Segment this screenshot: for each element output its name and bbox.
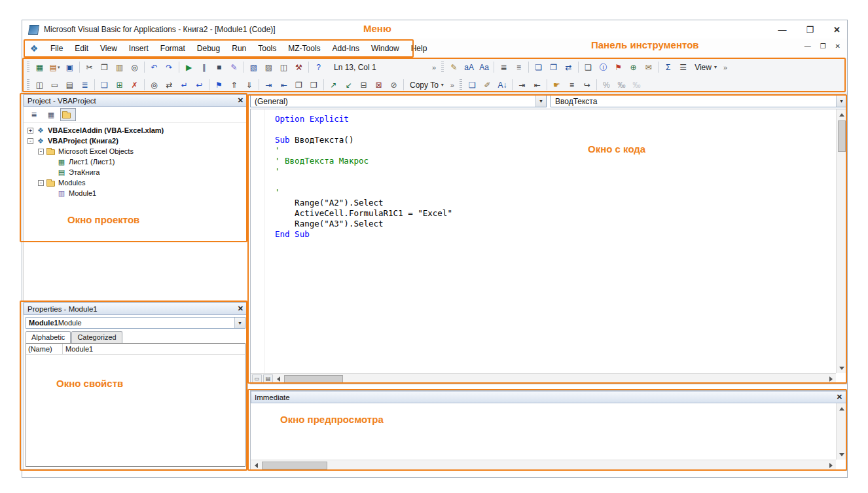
replace-icon[interactable]: ⇄ [162, 78, 177, 92]
sum-icon[interactable]: Σ [660, 60, 676, 75]
redo-icon[interactable]: ↷ [162, 60, 177, 75]
split-window-icon[interactable]: ◫ [32, 78, 47, 92]
annotate-icon[interactable]: ✐ [480, 78, 495, 92]
code-vertical-scrollbar[interactable] [836, 109, 846, 373]
scrollbar-thumb[interactable] [284, 375, 343, 383]
copy-module-icon[interactable]: ❑ [581, 60, 596, 75]
help-icon[interactable]: ? [311, 60, 326, 75]
globe-icon[interactable]: ⊕ [626, 60, 641, 75]
tree-item[interactable]: ▥Module1 [24, 188, 247, 198]
toolbar-overflow-icon[interactable]: » [448, 81, 457, 89]
pointer-icon[interactable]: ☛ [549, 78, 564, 92]
scroll-down-icon[interactable] [837, 363, 847, 373]
design-mode-icon[interactable]: ✎ [226, 60, 242, 75]
tree-item[interactable]: -Modules [24, 177, 247, 188]
menu-item-mz-tools[interactable]: MZ-Tools [282, 41, 326, 56]
paste-icon[interactable]: ▥ [112, 60, 127, 75]
shift-left-icon[interactable]: ⇤ [276, 78, 291, 92]
remove-info-icon[interactable]: ⊠ [371, 78, 386, 92]
break-icon[interactable]: ∥ [196, 60, 211, 75]
find-icon[interactable]: ◎ [127, 60, 142, 75]
comment-edit-icon[interactable]: ✎ [446, 60, 461, 75]
list-view-icon[interactable]: ≡ [564, 78, 579, 92]
scroll-left-icon[interactable] [273, 374, 283, 384]
mdi-close-button[interactable]: ✕ [835, 43, 841, 50]
insert-userform-icon[interactable]: ▤▾ [47, 60, 62, 75]
object-browser-icon[interactable]: ◫ [276, 60, 291, 75]
chevron-down-icon[interactable]: ▼ [234, 318, 245, 328]
immediate-horizontal-scrollbar[interactable] [251, 460, 836, 470]
new-module-icon[interactable]: ❏ [97, 78, 112, 92]
lowercase-icon[interactable]: Aa [477, 60, 492, 75]
scroll-right-icon[interactable] [825, 374, 836, 384]
menu-item-add-ins[interactable]: Add-Ins [327, 41, 365, 56]
export-file-icon[interactable]: ↗ [326, 78, 341, 92]
reset-icon[interactable]: ■ [211, 60, 226, 75]
close-icon[interactable]: ✕ [837, 393, 842, 401]
save-icon[interactable]: ▣ [62, 60, 77, 75]
outdent-block-icon[interactable]: ⇤ [530, 78, 545, 92]
back-icon[interactable]: ↩ [192, 78, 207, 92]
toolbar-overflow-icon[interactable]: » [721, 64, 730, 71]
undo-icon[interactable]: ↶ [147, 60, 162, 75]
close-button[interactable]: ✕ [833, 25, 841, 35]
property-row[interactable]: (Name)Module1 [26, 344, 245, 355]
indent-block-icon[interactable]: ⇥ [515, 78, 530, 92]
tab-categorized[interactable]: Categorized [71, 331, 122, 343]
permille-icon[interactable]: ‰ [614, 78, 629, 92]
property-value[interactable]: Module1 [63, 344, 245, 354]
shift-right-icon[interactable]: ⇥ [261, 78, 276, 92]
menu-item-format[interactable]: Format [154, 41, 191, 56]
toolbox-icon[interactable]: ⚒ [291, 60, 306, 75]
procedure-dropdown[interactable]: ВводТекста ▼ [551, 95, 847, 107]
immediate-panel-header[interactable]: Immediate ✕ [251, 391, 846, 403]
mdi-minimize-button[interactable]: — [805, 43, 811, 50]
uppercase-icon[interactable]: aA [461, 60, 477, 75]
menu-item-window[interactable]: Window [365, 41, 405, 56]
collapse-icon[interactable]: - [38, 180, 44, 186]
properties-window-icon[interactable]: ▨ [261, 60, 276, 75]
menu-item-view[interactable]: View [94, 41, 123, 56]
find-next-icon[interactable]: ◎ [147, 78, 162, 92]
properties-panel-header[interactable]: Properties - Module1 ✕ [24, 302, 247, 315]
tab-alphabetic[interactable]: Alphabetic [26, 331, 71, 343]
minimize-button[interactable]: — [778, 25, 786, 35]
toolbar-grip[interactable] [460, 79, 462, 91]
run-icon[interactable]: ▶ [181, 60, 196, 75]
copy-to-dropdown[interactable]: Copy To ▾ [406, 79, 448, 91]
maximize-button[interactable]: ❐ [806, 25, 814, 35]
code-horizontal-scrollbar[interactable]: ▭ ▤ [251, 373, 836, 384]
toolbar-grip[interactable] [441, 62, 444, 73]
goto-icon[interactable]: ↵ [177, 78, 192, 92]
flag-icon[interactable]: ⚑ [611, 60, 626, 75]
menu-item-debug[interactable]: Debug [191, 41, 226, 56]
percent-icon[interactable]: % [599, 78, 614, 92]
toolbar-overflow-icon[interactable]: » [429, 64, 439, 71]
toggle-folders-button[interactable] [60, 108, 76, 121]
menu-item-help[interactable]: Help [405, 41, 433, 56]
eraser-icon[interactable]: ⊘ [386, 78, 401, 92]
review-page-icon[interactable]: ❏ [465, 78, 480, 92]
scroll-up-icon[interactable] [837, 109, 847, 120]
menu-item-tools[interactable]: Tools [252, 41, 282, 56]
procedure-view-icon[interactable]: ▭ [47, 78, 62, 92]
view-dropdown[interactable]: View ▾ [691, 62, 721, 73]
structure-icon[interactable]: ☰ [676, 60, 691, 75]
move-lines-icon[interactable]: ❒ [306, 78, 321, 92]
sort-az-icon[interactable]: A↓ [495, 78, 510, 92]
menu-item-file[interactable]: File [45, 41, 69, 56]
wrap-icon[interactable]: ↪ [579, 78, 594, 92]
cut-icon[interactable]: ✂ [82, 60, 97, 75]
project-panel-header[interactable]: Project - VBAProject ✕ [24, 94, 247, 107]
permille-disabled-icon[interactable]: ‰ [629, 78, 644, 92]
scroll-up-icon[interactable] [837, 403, 847, 414]
toolbar-grip[interactable] [27, 62, 29, 73]
scrollbar-thumb[interactable] [838, 120, 846, 152]
tree-item[interactable]: -Microsoft Excel Objects [24, 146, 247, 156]
next-bookmark-icon[interactable]: ⇓ [242, 78, 257, 92]
view-microsoft-excel-icon[interactable]: ▦ [32, 60, 47, 75]
import-file-icon[interactable]: ↙ [341, 78, 356, 92]
print-module-icon[interactable]: ⊟ [356, 78, 371, 92]
numbered-list-icon[interactable]: ≣ [496, 60, 511, 75]
info-icon[interactable]: ⓘ [596, 60, 611, 75]
